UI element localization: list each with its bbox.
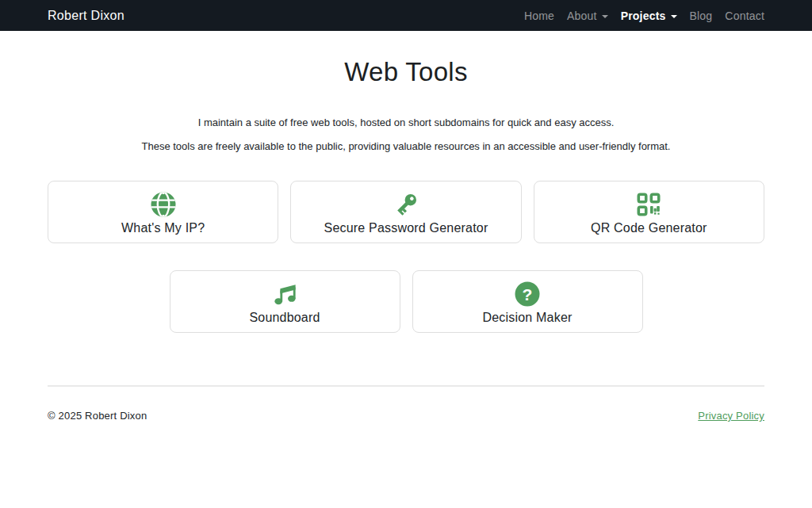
nav-item-label: Contact [725,10,764,22]
nav-item-label: About [567,10,597,22]
chevron-down-icon [671,15,677,18]
tool-card-soundboard[interactable]: Soundboard [170,270,400,333]
tool-card-qr-generator[interactable]: QR Code Generator [534,181,764,243]
intro-paragraph-2: These tools are freely available to the … [48,140,764,152]
footer-divider [48,385,764,387]
page-title: Web Tools [48,57,764,87]
brand-link[interactable]: Robert Dixon [48,9,124,23]
main-content: Web Tools I maintain a suite of free web… [48,57,764,422]
tool-card-whats-my-ip[interactable]: What's My IP? [48,181,278,243]
question-circle-icon: ? [513,280,542,308]
tool-label: Secure Password Generator [324,221,488,235]
tool-label: What's My IP? [121,221,205,235]
tool-row-2: Soundboard ? Decision Maker [48,270,764,333]
svg-text:?: ? [523,285,533,304]
music-note-icon [270,280,299,308]
navbar: Robert Dixon Home About Projects Blog Co… [0,0,812,31]
chevron-down-icon [602,15,608,18]
globe-icon [149,190,178,219]
copyright-text: © 2025 Robert Dixon [48,410,147,422]
nav-links: Home About Projects Blog Contact [518,10,764,22]
nav-item-label: Home [524,10,554,22]
nav-item-label: Blog [690,10,713,22]
nav-item-about[interactable]: About [561,10,615,22]
tool-label: QR Code Generator [591,221,707,235]
nav-item-contact[interactable]: Contact [718,10,764,22]
tool-card-decision-maker[interactable]: ? Decision Maker [412,270,643,333]
intro-paragraph-1: I maintain a suite of free web tools, ho… [48,116,764,128]
privacy-policy-link[interactable]: Privacy Policy [698,410,764,422]
key-icon [392,190,420,219]
nav-item-blog[interactable]: Blog [684,10,719,22]
tool-row-1: What's My IP? Secure Password Generator [48,181,764,243]
nav-item-projects[interactable]: Projects [615,10,684,22]
footer: © 2025 Robert Dixon Privacy Policy [48,410,764,422]
qr-code-icon [634,190,663,219]
tool-label: Decision Maker [482,311,572,325]
nav-item-home[interactable]: Home [518,10,561,22]
nav-item-label: Projects [621,10,666,22]
tool-card-password-generator[interactable]: Secure Password Generator [290,181,521,243]
tool-label: Soundboard [249,311,320,325]
